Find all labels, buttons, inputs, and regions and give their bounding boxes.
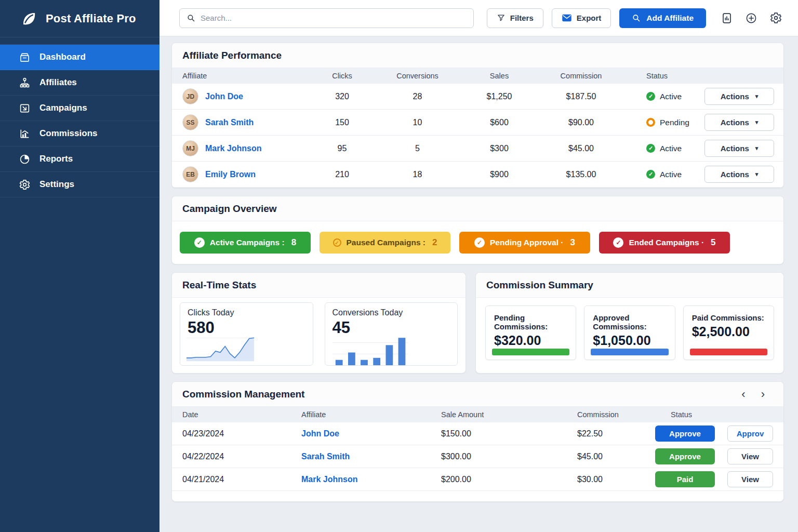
filter-funnel-icon: [497, 14, 506, 22]
campaign-overview-header: Campaign Overview: [172, 196, 783, 221]
sidebar-nav-item[interactable]: Commissions: [0, 121, 159, 147]
badge-label: Ended Campaigns ·: [629, 238, 704, 247]
search-input[interactable]: [201, 14, 467, 22]
clicks-today-label: Clicks Today: [188, 308, 305, 317]
nav-item-label: Commissions: [39, 128, 97, 139]
status-dot-icon: [646, 118, 655, 127]
col-sales: Sales: [453, 72, 546, 80]
campaign-status-badge[interactable]: ✓ Active Campaigns : 8: [180, 232, 311, 254]
status-action-button[interactable]: Paid: [655, 471, 715, 487]
nav-item-icon: [19, 153, 31, 165]
export-button[interactable]: Export: [552, 8, 611, 28]
commission-management-card: Commission Management ‹ › Date Affiliate…: [171, 381, 784, 502]
commission-summary-tile: Approved Commissions: $1,050.00: [584, 305, 675, 360]
campaign-badges: ✓ Active Campaigns : 8 ✓ Paused Campaign…: [172, 221, 783, 264]
next-page-icon[interactable]: ›: [760, 389, 766, 400]
nav-item-label: Settings: [39, 179, 74, 190]
commission-value: $30.00: [577, 475, 655, 484]
commission-summary-color-bar: [492, 349, 569, 355]
sidebar-nav-item[interactable]: Dashboard: [0, 45, 159, 70]
search-box[interactable]: [179, 8, 474, 28]
affiliate-name-link[interactable]: John Doe: [205, 92, 243, 101]
topbar: Filters Export Add Affiliate: [159, 0, 798, 36]
sidebar-nav-item[interactable]: Settings: [0, 172, 159, 197]
sale-amount-value: $200.00: [441, 475, 577, 484]
campaign-status-badge[interactable]: ✓ Ended Campaigns · 5: [599, 232, 730, 254]
sidebar-nav: Dashboard Affiliates C: [0, 44, 159, 197]
avatar: EB: [182, 166, 198, 182]
affiliate-performance-rows: JD John Doe 320 28 $1,250 $187.50 Active…: [172, 84, 783, 188]
actions-dropdown-button[interactable]: Actions ▾: [704, 88, 774, 105]
add-affiliate-button[interactable]: Add Affiliate: [619, 8, 706, 28]
clicks-trend-chart: [187, 335, 254, 362]
affiliate-table-row: JD John Doe 320 28 $1,250 $187.50 Active…: [172, 84, 783, 110]
filters-label: Filters: [510, 14, 534, 22]
affiliate-name-link[interactable]: Emily Brown: [205, 170, 256, 179]
commission-summary-value: $1,050.00: [593, 333, 666, 348]
affiliate-name-link[interactable]: Sarah Smith: [205, 118, 254, 127]
col-status: Status: [616, 72, 704, 80]
date-value: 04/22/2024: [182, 452, 301, 461]
affiliate-name-link[interactable]: Sarah Smith: [301, 452, 441, 461]
commission-summary-card: Commission Summary Pending Commissions: …: [475, 272, 784, 374]
actions-dropdown-button[interactable]: Actions ▾: [704, 166, 774, 183]
filters-button[interactable]: Filters: [487, 8, 543, 28]
commission-table-row: 04/23/2024 John Doe $150.00 $22.50 Appro…: [172, 422, 783, 445]
secondary-action-button[interactable]: Approv: [727, 425, 773, 442]
nav-item-icon: [19, 51, 31, 63]
commission-table-row: 04/21/2024 Mark Johnson $200.00 $30.00 P…: [172, 468, 783, 491]
badge-label: Pending Approval ·: [490, 238, 564, 247]
commission-table-row: 04/22/2024 Sarah Smith $300.00 $45.00 Ap…: [172, 445, 783, 468]
conversions-today-value: 45: [332, 318, 450, 337]
search-icon: [187, 14, 195, 22]
secondary-action-button[interactable]: View: [727, 471, 773, 487]
actions-label: Actions: [721, 170, 749, 179]
affiliate-name-link[interactable]: John Doe: [301, 429, 441, 438]
secondary-action-button[interactable]: View: [727, 448, 773, 464]
sidebar-nav-item[interactable]: Affiliates: [0, 70, 159, 96]
prev-page-icon[interactable]: ‹: [740, 389, 746, 400]
badge-count: 2: [432, 237, 437, 248]
status-label: Active: [660, 170, 682, 179]
sidebar-nav-item[interactable]: Reports: [0, 147, 159, 172]
sidebar-nav-item[interactable]: Campaigns: [0, 96, 159, 121]
col-date: Date: [182, 410, 301, 419]
nav-item-label: Campaigns: [39, 103, 87, 113]
actions-dropdown-button[interactable]: Actions ▾: [704, 140, 774, 157]
campaign-status-badge[interactable]: ✓ Paused Campaigns : 2: [320, 232, 450, 254]
status-action-button[interactable]: Approve: [655, 425, 715, 442]
chevron-down-icon: ▾: [755, 171, 759, 178]
affiliate-table-row: MJ Mark Johnson 95 5 $300 $45.00 Active …: [172, 136, 783, 162]
target-plus-icon[interactable]: [744, 11, 759, 25]
status-action-button[interactable]: Approve: [655, 448, 715, 464]
nav-item-icon: [19, 179, 31, 191]
affiliate-name-link[interactable]: Mark Johnson: [301, 475, 441, 484]
chevron-down-icon: ▾: [755, 119, 759, 126]
commission-summary-tile: Paid Commissions: $2,500.00: [683, 305, 774, 360]
status-dot-icon: [646, 144, 655, 153]
campaign-overview-card: Campaign Overview ✓ Active Campaigns : 8…: [171, 196, 784, 264]
affiliate-name-link[interactable]: Mark Johnson: [205, 144, 261, 153]
status-label: Active: [660, 144, 682, 153]
conversions-today-label: Conversions Today: [332, 308, 450, 317]
add-affiliate-label: Add Affiliate: [646, 14, 694, 23]
badge-count: 3: [570, 237, 575, 248]
conversions-value: 10: [382, 118, 453, 127]
sales-value: $600: [453, 118, 546, 127]
report-card-icon[interactable]: [720, 11, 734, 25]
conversions-today-card: Conversions Today 45: [325, 302, 458, 366]
campaign-status-badge[interactable]: ✓ Pending Approval · 3: [459, 232, 590, 254]
gear-icon[interactable]: [768, 10, 783, 25]
col-status: Status: [655, 410, 723, 419]
app-title: Post Affliate Pro: [46, 12, 136, 25]
topbar-actions: Filters Export Add Affiliate: [487, 8, 783, 28]
nav-item-icon: [19, 128, 31, 140]
envelope-icon: [562, 14, 572, 22]
col-commission: Commission: [546, 72, 616, 80]
topbar-icon-group: [720, 10, 783, 25]
col-commission: Commission: [577, 410, 655, 419]
export-label: Export: [577, 14, 602, 22]
actions-dropdown-button[interactable]: Actions ▾: [704, 114, 774, 131]
status-label: Pending: [660, 118, 689, 127]
actions-label: Actions: [721, 92, 749, 101]
